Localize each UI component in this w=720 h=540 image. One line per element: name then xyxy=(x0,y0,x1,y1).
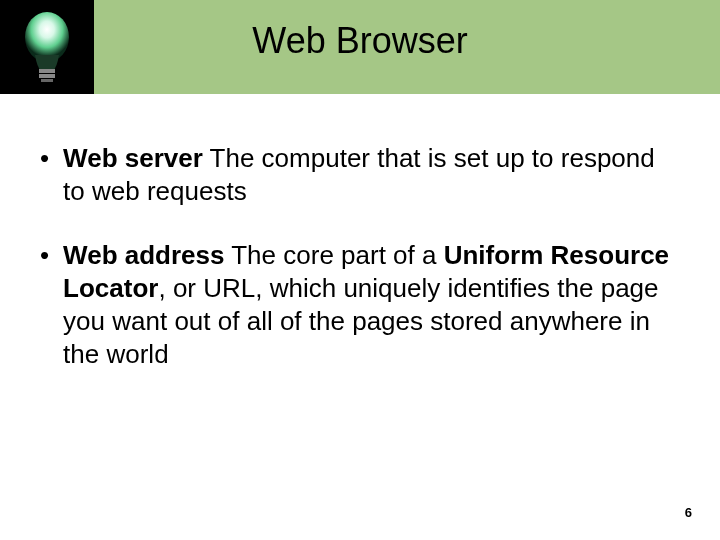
svg-rect-1 xyxy=(39,69,55,73)
slide-content: • Web server The computer that is set up… xyxy=(0,94,720,372)
term: Web server xyxy=(63,143,203,173)
svg-rect-2 xyxy=(39,74,55,78)
bullet-text: Web address The core part of a Uniform R… xyxy=(63,239,680,372)
bullet-text: Web server The computer that is set up t… xyxy=(63,142,680,209)
slide-header: Web Browser xyxy=(0,0,720,94)
page-number: 6 xyxy=(685,505,692,520)
svg-rect-3 xyxy=(41,79,53,82)
slide-title: Web Browser xyxy=(0,20,720,62)
bullet-item: • Web address The core part of a Uniform… xyxy=(40,239,680,372)
bullet-item: • Web server The computer that is set up… xyxy=(40,142,680,209)
bullet-mark: • xyxy=(40,239,49,372)
bullet-mark: • xyxy=(40,142,49,209)
term: Web address xyxy=(63,240,224,270)
